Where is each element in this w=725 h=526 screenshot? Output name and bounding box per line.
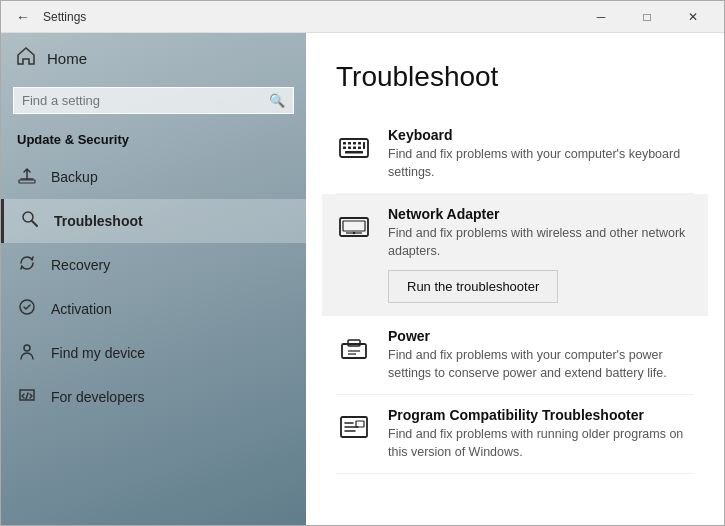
network-title: Network Adapter [388,206,694,222]
recovery-label: Recovery [51,257,110,273]
keyboard-title: Keyboard [388,127,694,143]
window-controls: ─ □ ✕ [578,1,716,33]
backup-icon [17,166,37,188]
compat-text: Program Compatibility Troubleshooter Fin… [388,407,694,461]
search-input[interactable] [22,93,269,108]
sidebar-item-home[interactable]: Home [1,33,306,83]
sidebar-section-title: Update & Security [1,126,306,155]
keyboard-desc: Find and fix problems with your computer… [388,146,694,181]
svg-rect-28 [356,421,364,427]
backup-label: Backup [51,169,98,185]
sidebar-item-troubleshoot[interactable]: Troubleshoot [1,199,306,243]
fordevelopers-label: For developers [51,389,144,405]
svg-rect-7 [353,142,356,145]
compat-item: Program Compatibility Troubleshooter Fin… [336,395,694,474]
activation-icon [17,298,37,320]
troubleshoot-label: Troubleshoot [54,213,143,229]
svg-rect-11 [353,147,356,150]
svg-rect-6 [348,142,351,145]
findmydevice-icon [17,342,37,364]
svg-rect-12 [358,147,361,150]
title-bar: ← Settings ─ □ ✕ [1,1,724,33]
main-layout: Home 🔍 Update & Security Backup [1,33,724,526]
svg-rect-21 [348,340,360,346]
power-desc: Find and fix problems with your computer… [388,347,694,382]
power-text: Power Find and fix problems with your co… [388,328,694,382]
svg-rect-8 [358,142,361,145]
run-troubleshooter-button[interactable]: Run the troubleshooter [388,270,558,303]
power-icon [336,330,372,366]
sidebar: Home 🔍 Update & Security Backup [1,33,306,526]
minimize-button[interactable]: ─ [578,1,624,33]
network-item: Network Adapter Find and fix problems wi… [322,194,708,316]
svg-rect-9 [343,147,346,150]
svg-rect-13 [345,151,363,154]
close-button[interactable]: ✕ [670,1,716,33]
sidebar-item-recovery[interactable]: Recovery [1,243,306,287]
troubleshoot-icon [20,210,40,232]
recovery-icon [17,254,37,276]
svg-rect-14 [363,142,365,149]
network-desc: Find and fix problems with wireless and … [388,225,694,260]
sidebar-item-activation[interactable]: Activation [1,287,306,331]
power-title: Power [388,328,694,344]
activation-label: Activation [51,301,112,317]
svg-point-3 [24,345,30,351]
back-button[interactable]: ← [9,3,37,31]
sidebar-item-fordevelopers[interactable]: For developers [1,375,306,419]
compat-title: Program Compatibility Troubleshooter [388,407,694,423]
svg-rect-0 [19,180,35,183]
home-icon [17,47,35,69]
page-title: Troubleshoot [336,61,694,93]
search-icon: 🔍 [269,93,285,108]
compat-desc: Find and fix problems with running older… [388,426,694,461]
svg-rect-16 [343,221,365,231]
power-item: Power Find and fix problems with your co… [336,316,694,395]
network-icon [336,208,372,244]
content-area: Troubleshoot Keyboard [306,33,724,526]
maximize-button[interactable]: □ [624,1,670,33]
svg-rect-10 [348,147,351,150]
window-title: Settings [37,10,578,24]
keyboard-text: Keyboard Find and fix problems with your… [388,127,694,181]
sidebar-item-findmydevice[interactable]: Find my device [1,331,306,375]
network-text: Network Adapter Find and fix problems wi… [388,206,694,303]
findmydevice-label: Find my device [51,345,145,361]
search-box[interactable]: 🔍 [13,87,294,114]
home-label: Home [47,50,87,67]
compat-icon [336,409,372,445]
sidebar-item-backup[interactable]: Backup [1,155,306,199]
keyboard-icon [336,129,372,165]
keyboard-item: Keyboard Find and fix problems with your… [336,115,694,194]
fordevelopers-icon [17,386,37,408]
svg-rect-5 [343,142,346,145]
